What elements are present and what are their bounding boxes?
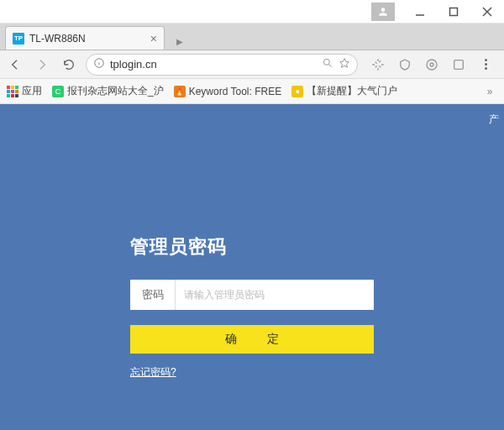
bookmark-item-1[interactable]: C 报刊杂志网站大全_沪	[52, 84, 164, 98]
ext-icon-1[interactable]	[368, 55, 388, 75]
window-close-button[interactable]	[470, 0, 504, 24]
page-viewport: 产 管理员密码 密码 确 定 忘记密码?	[0, 104, 504, 430]
svg-rect-1	[450, 8, 458, 15]
ext-icon-3[interactable]	[422, 55, 442, 75]
svg-point-7	[323, 59, 329, 65]
tab-title: TL-WR886N	[29, 33, 145, 45]
page-heading: 管理员密码	[130, 234, 374, 260]
bookmark-label: Keyword Tool: FREE	[189, 86, 282, 97]
bookmarks-bar: 应用 C 报刊杂志网站大全_沪 🔥 Keyword Tool: FREE ● 【…	[0, 79, 504, 104]
svg-point-10	[427, 60, 437, 70]
apps-shortcut[interactable]: 应用	[7, 84, 42, 98]
back-button[interactable]	[5, 55, 25, 75]
site-info-icon[interactable]	[93, 57, 105, 72]
tab-strip: TP TL-WR886N × ▶	[0, 24, 504, 50]
window-minimize-button[interactable]	[403, 0, 437, 24]
svg-rect-12	[454, 60, 464, 69]
bookmark-favicon-2: 🔥	[174, 86, 186, 97]
user-badge-icon[interactable]	[371, 3, 395, 21]
ext-icon-2[interactable]	[395, 55, 415, 75]
tab-favicon: TP	[13, 33, 24, 45]
submit-button[interactable]: 确 定	[130, 325, 374, 354]
bookmark-star-icon[interactable]	[339, 57, 350, 72]
bookmarks-overflow-button[interactable]: »	[482, 86, 497, 97]
login-panel: 管理员密码 密码 确 定 忘记密码?	[130, 234, 374, 380]
new-tab-button[interactable]: ▶	[170, 33, 190, 50]
svg-line-8	[328, 64, 331, 66]
svg-point-11	[430, 63, 433, 66]
forgot-password-link[interactable]: 忘记密码?	[130, 366, 176, 378]
bookmark-label: 报刊杂志网站大全_沪	[67, 84, 164, 98]
reload-button[interactable]	[59, 55, 79, 75]
window-maximize-button[interactable]	[437, 0, 470, 24]
chrome-menu-button[interactable]	[475, 55, 496, 75]
bookmark-item-2[interactable]: 🔥 Keyword Tool: FREE	[174, 86, 282, 97]
bookmark-label: 【新提醒】大气门户	[307, 84, 397, 98]
window-titlebar	[0, 0, 504, 24]
bookmark-item-3[interactable]: ● 【新提醒】大气门户	[291, 84, 397, 98]
apps-icon	[7, 86, 18, 97]
password-label: 密码	[130, 280, 176, 310]
password-row: 密码	[130, 280, 374, 310]
bookmark-favicon-1: C	[52, 86, 64, 97]
forward-button[interactable]	[32, 55, 52, 75]
svg-marker-9	[340, 58, 349, 67]
page-corner-text: 产	[489, 113, 499, 127]
bookmark-favicon-3: ●	[291, 86, 303, 97]
search-in-page-icon[interactable]	[322, 57, 333, 72]
close-icon[interactable]: ×	[150, 32, 157, 45]
url-text: tplogin.cn	[110, 58, 317, 71]
address-bar: tplogin.cn	[0, 50, 504, 79]
url-field[interactable]: tplogin.cn	[86, 54, 358, 76]
apps-label: 应用	[22, 84, 42, 98]
ext-icon-4[interactable]	[449, 55, 469, 75]
password-input[interactable]	[176, 280, 374, 310]
browser-tab[interactable]: TP TL-WR886N ×	[5, 26, 165, 50]
